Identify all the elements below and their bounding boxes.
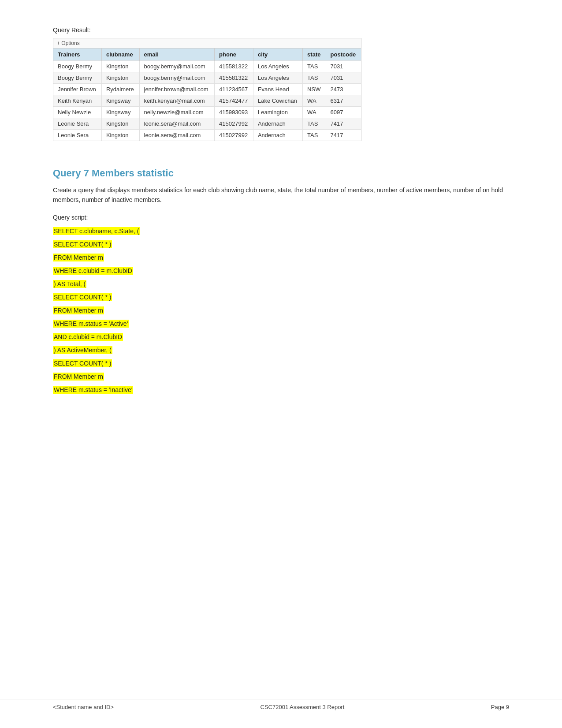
col-header-clubname: clubname xyxy=(101,49,139,61)
sql-line-6: FROM Member m xyxy=(53,306,509,320)
table-cell: NSW xyxy=(303,84,326,95)
table-cell: boogy.bermy@mail.com xyxy=(139,72,215,84)
table-cell: nelly.newzie@mail.com xyxy=(139,107,215,118)
table-cell: TAS xyxy=(303,61,326,72)
table-cell: Leonie Sera xyxy=(53,130,101,141)
table-cell: leonie.sera@mail.com xyxy=(139,118,215,130)
footer-right: Page 9 xyxy=(491,704,509,710)
table-cell: Kingsway xyxy=(101,95,139,107)
table-cell: Kingston xyxy=(101,130,139,141)
page-footer: <Student name and ID> CSC72001 Assessmen… xyxy=(0,699,562,710)
table-cell: keith.kenyan@mail.com xyxy=(139,95,215,107)
table-cell: 7417 xyxy=(326,118,361,130)
table-row: Leonie SeraKingstonleonie.sera@mail.com4… xyxy=(53,130,361,141)
table-cell: WA xyxy=(303,95,326,107)
table-cell: Kingston xyxy=(101,72,139,84)
table-cell: TAS xyxy=(303,72,326,84)
table-cell: Los Angeles xyxy=(253,72,302,84)
table-row: Jennifer BrownRydalmerejennifer.brown@ma… xyxy=(53,84,361,95)
table-cell: 6097 xyxy=(326,107,361,118)
table-cell: Keith Kenyan xyxy=(53,95,101,107)
table-cell: 2473 xyxy=(326,84,361,95)
sql-line-3: WHERE c.clubid = m.ClubID xyxy=(53,267,509,280)
table-cell: Andernach xyxy=(253,118,302,130)
table-cell: Kingsway xyxy=(101,107,139,118)
table-cell: 415581322 xyxy=(215,72,253,84)
table-cell: Evans Head xyxy=(253,84,302,95)
footer-center: CSC72001 Assessment 3 Report xyxy=(261,704,345,710)
table-cell: boogy.bermy@mail.com xyxy=(139,61,215,72)
table-cell: 7031 xyxy=(326,72,361,84)
query-script-label: Query script: xyxy=(53,214,509,221)
table-cell: Los Angeles xyxy=(253,61,302,72)
table-cell: Andernach xyxy=(253,130,302,141)
sql-line-0: SELECT c.clubname, c.State, ( xyxy=(53,227,509,240)
table-cell: jennifer.brown@mail.com xyxy=(139,84,215,95)
table-row: Boogy BermyKingstonboogy.bermy@mail.com4… xyxy=(53,72,361,84)
table-row: Nelly NewzieKingswaynelly.newzie@mail.co… xyxy=(53,107,361,118)
table-row: Keith KenyanKingswaykeith.kenyan@mail.co… xyxy=(53,95,361,107)
table-cell: TAS xyxy=(303,118,326,130)
table-cell: Rydalmere xyxy=(101,84,139,95)
sql-line-10: SELECT COUNT( * ) xyxy=(53,359,509,373)
col-header-city: city xyxy=(253,49,302,61)
table-cell: Nelly Newzie xyxy=(53,107,101,118)
table-cell: Lake Cowichan xyxy=(253,95,302,107)
col-header-postcode: postcode xyxy=(326,49,361,61)
table-cell: 6317 xyxy=(326,95,361,107)
table-cell: 415581322 xyxy=(215,61,253,72)
table-row: Boogy BermyKingstonboogy.bermy@mail.com4… xyxy=(53,61,361,72)
query7-description: Create a query that displays members sta… xyxy=(53,185,509,205)
table-cell: leonie.sera@mail.com xyxy=(139,130,215,141)
table-header: Trainersclubnameemailphonecitystatepostc… xyxy=(53,49,361,61)
table-cell: Kingston xyxy=(101,61,139,72)
table-cell: 411234567 xyxy=(215,84,253,95)
sql-line-5: SELECT COUNT( * ) xyxy=(53,293,509,306)
table-cell: Leamington xyxy=(253,107,302,118)
table-cell: 415993093 xyxy=(215,107,253,118)
sql-line-2: FROM Member m xyxy=(53,254,509,267)
table-cell: Jennifer Brown xyxy=(53,84,101,95)
table-cell: Boogy Bermy xyxy=(53,61,101,72)
table-cell: 415742477 xyxy=(215,95,253,107)
table-cell: 415027992 xyxy=(215,118,253,130)
table-body: Boogy BermyKingstonboogy.bermy@mail.com4… xyxy=(53,61,361,141)
sql-line-8: AND c.clubid = m.ClubID xyxy=(53,333,509,346)
table-cell: Leonie Sera xyxy=(53,118,101,130)
sql-line-12: WHERE m.status = 'Inactive' xyxy=(53,386,509,399)
col-header-phone: phone xyxy=(215,49,253,61)
sql-line-1: SELECT COUNT( * ) xyxy=(53,240,509,254)
col-header-email: email xyxy=(139,49,215,61)
table-row: Leonie SeraKingstonleonie.sera@mail.com4… xyxy=(53,118,361,130)
sql-line-7: WHERE m.status = 'Active' xyxy=(53,320,509,333)
query-result-table-container: + Options Trainersclubnameemailphonecity… xyxy=(53,38,361,141)
query7-section: Query 7 Members statistic Create a query… xyxy=(53,168,509,399)
col-header-trainers: Trainers xyxy=(53,49,101,61)
footer-left: <Student name and ID> xyxy=(53,704,114,710)
table-cell: 415027992 xyxy=(215,130,253,141)
table-cell: TAS xyxy=(303,130,326,141)
options-bar[interactable]: + Options xyxy=(53,38,361,49)
sql-block: SELECT c.clubname, c.State, (SELECT COUN… xyxy=(53,227,509,399)
sql-line-9: ) AS ActiveMember, ( xyxy=(53,346,509,359)
query-result-label: Query Result: xyxy=(53,26,509,34)
table-cell: Boogy Bermy xyxy=(53,72,101,84)
table-cell: 7417 xyxy=(326,130,361,141)
table-cell: WA xyxy=(303,107,326,118)
sql-line-4: ) AS Total, ( xyxy=(53,280,509,293)
query7-heading: Query 7 Members statistic xyxy=(53,168,509,179)
results-table: Trainersclubnameemailphonecitystatepostc… xyxy=(53,49,361,141)
sql-line-11: FROM Member m xyxy=(53,373,509,386)
table-cell: 7031 xyxy=(326,61,361,72)
col-header-state: state xyxy=(303,49,326,61)
table-cell: Kingston xyxy=(101,118,139,130)
